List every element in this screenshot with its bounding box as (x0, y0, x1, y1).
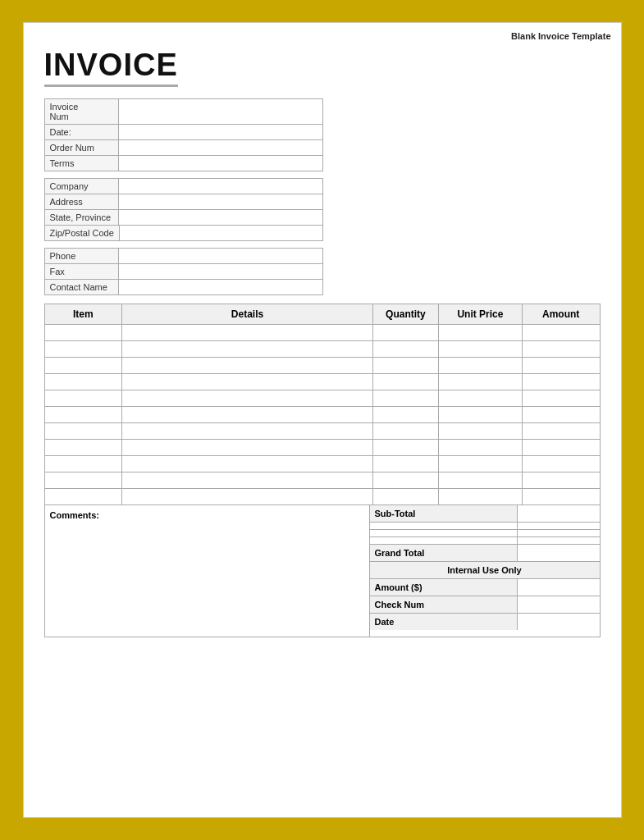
totals-blank-value-3[interactable] (518, 537, 600, 544)
date-value[interactable] (119, 125, 322, 139)
comments-box[interactable]: Comments: (45, 505, 370, 637)
internal-date-value[interactable] (518, 614, 600, 630)
grand-total-label: Grand Total (370, 545, 518, 561)
fax-row: Fax (45, 264, 322, 280)
invoice-num-row: InvoiceNum (45, 99, 322, 125)
internal-use-header: Internal Use Only (370, 562, 600, 579)
totals-blank-row-3 (370, 537, 600, 545)
invoice-num-value[interactable] (119, 99, 322, 124)
items-table: Item Details Quantity Unit Price Amount (44, 304, 601, 505)
contact-value[interactable] (119, 280, 322, 294)
invoice-page: Blank Invoice Template INVOICE InvoiceNu… (23, 22, 622, 818)
zip-value[interactable] (120, 226, 322, 240)
date-label: Date: (45, 125, 119, 139)
col-header-item: Item (44, 304, 122, 325)
company-label: Company (45, 179, 119, 194)
address-label: Address (45, 194, 119, 209)
amount-row: Amount ($) (370, 579, 600, 596)
order-num-value[interactable] (119, 140, 322, 155)
contact-label: Contact Name (45, 280, 119, 294)
order-num-row: Order Num (45, 140, 322, 156)
totals-blank-row-1 (370, 523, 600, 530)
table-row (44, 374, 600, 390)
address-row: Address (45, 194, 322, 210)
totals-blank-value-2[interactable] (518, 530, 600, 536)
zip-label: Zip/Postal Code (45, 226, 120, 240)
table-row (44, 407, 600, 423)
totals-blank-value-1[interactable] (518, 523, 600, 529)
comments-label: Comments: (50, 510, 100, 520)
totals-box: Sub-Total Grand Total Internal (370, 505, 600, 637)
internal-date-label: Date (370, 614, 518, 630)
grand-total-value[interactable] (518, 545, 600, 561)
table-row (44, 456, 600, 472)
totals-blank-label-2 (370, 530, 518, 536)
subtotal-row: Sub-Total (370, 505, 600, 523)
template-label: Blank Invoice Template (511, 31, 610, 41)
order-num-label: Order Num (45, 140, 119, 155)
terms-label: Terms (45, 156, 119, 171)
contact-row: Contact Name (45, 280, 322, 294)
totals-blank-label-1 (370, 523, 518, 529)
invoice-title: INVOICE (44, 48, 178, 87)
table-row (44, 472, 600, 489)
col-header-details: Details (122, 304, 373, 325)
date-row: Date: (45, 125, 322, 140)
col-header-amount: Amount (522, 304, 600, 325)
table-row (44, 325, 600, 341)
check-num-label: Check Num (370, 596, 518, 613)
subtotal-value[interactable] (518, 505, 600, 522)
check-num-row: Check Num (370, 596, 600, 614)
info-section-2: Company Address State, Province Zip/Post… (44, 178, 323, 241)
info-section-3: Phone Fax Contact Name (44, 248, 323, 295)
address-value[interactable] (119, 194, 322, 209)
internal-date-row: Date (370, 614, 600, 630)
info-section-1: InvoiceNum Date: Order Num Terms (44, 98, 323, 171)
phone-label: Phone (45, 249, 119, 263)
subtotal-label: Sub-Total (370, 505, 518, 522)
table-row (44, 341, 600, 358)
phone-value[interactable] (119, 249, 322, 263)
table-row (44, 390, 600, 407)
fax-label: Fax (45, 264, 119, 279)
invoice-num-label: InvoiceNum (45, 99, 119, 124)
check-num-value[interactable] (518, 596, 600, 613)
company-value[interactable] (119, 179, 322, 194)
totals-blank-row-2 (370, 530, 600, 537)
state-row: State, Province (45, 210, 322, 226)
state-label: State, Province (45, 210, 119, 225)
table-row (44, 423, 600, 440)
col-header-quantity: Quantity (372, 304, 438, 325)
company-row: Company (45, 179, 322, 194)
terms-row: Terms (45, 156, 322, 171)
fax-value[interactable] (119, 264, 322, 279)
terms-value[interactable] (119, 156, 322, 171)
col-header-unit-price: Unit Price (438, 304, 522, 325)
phone-row: Phone (45, 249, 322, 264)
totals-blank-label-3 (370, 537, 518, 544)
table-row (44, 358, 600, 374)
table-header-row: Item Details Quantity Unit Price Amount (44, 304, 600, 325)
table-row (44, 440, 600, 456)
grand-total-row: Grand Total (370, 545, 600, 562)
zip-row: Zip/Postal Code (45, 226, 322, 240)
bottom-section: Comments: Sub-Total Grand T (44, 505, 601, 637)
amount-value[interactable] (518, 579, 600, 596)
amount-label: Amount ($) (370, 579, 518, 596)
state-value[interactable] (119, 210, 322, 225)
table-row (44, 489, 600, 505)
